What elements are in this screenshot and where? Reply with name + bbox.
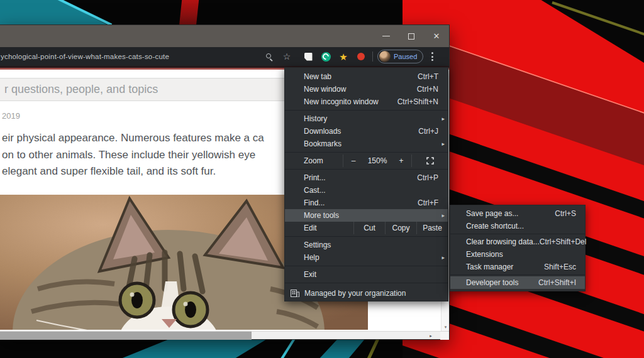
minimize-button[interactable] [374, 25, 399, 47]
submenu-item-clear-browsing-data[interactable]: Clear browsing data... Ctrl+Shift+Del [450, 236, 585, 248]
zoom-magnifier-button[interactable] [260, 49, 278, 64]
star-extension-button[interactable]: ★ [335, 49, 352, 64]
edit-controls: Cut Copy Paste [353, 222, 448, 234]
menu-separator [285, 236, 448, 237]
menu-item-new-incognito-window[interactable]: New incognito window Ctrl+Shift+N [285, 95, 448, 108]
page-clip-icon [304, 53, 313, 61]
zoom-in-button[interactable]: + [391, 156, 411, 165]
horizontal-scrollbar[interactable]: ▸ [0, 331, 449, 339]
toolbar-divider [372, 52, 373, 62]
menu-item-edit: Edit Cut Copy Paste [285, 222, 448, 234]
close-button[interactable]: ✕ [424, 25, 449, 47]
search-input[interactable] [0, 78, 287, 101]
menu-label: Save page as... [450, 209, 555, 218]
menu-shortcut: Ctrl+Shift+I [538, 278, 585, 287]
menu-item-find[interactable]: Find... Ctrl+F [285, 197, 448, 209]
organization-icon [291, 290, 299, 297]
maximize-icon [408, 33, 414, 40]
cut-button[interactable]: Cut [354, 224, 385, 232]
bookmark-star-button[interactable]: ☆ [278, 49, 296, 64]
maximize-button[interactable] [399, 25, 424, 47]
dot [431, 59, 433, 61]
address-bar[interactable]: ychological-point-of-view-what-makes-cat… [0, 53, 260, 60]
wallpaper-teal-shape [318, 339, 365, 358]
submenu-arrow-icon: ▸ [441, 141, 445, 147]
star-outline-icon: ☆ [283, 52, 291, 61]
zoom-level-value: 150% [364, 156, 391, 165]
managed-label: Managed by your organization [304, 289, 406, 298]
submenu-item-create-shortcut[interactable]: Create shortcut... [450, 220, 585, 232]
scroll-down-arrow[interactable]: ▾ [441, 323, 450, 331]
scrollbar-corner [440, 332, 449, 340]
fullscreen-button[interactable] [412, 157, 448, 165]
record-extension-button[interactable] [352, 49, 370, 64]
submenu-arrow-icon: ▸ [441, 212, 445, 219]
scroll-right-arrow[interactable]: ▸ [426, 332, 435, 340]
magnifier-icon [266, 53, 273, 60]
browser-menu-button[interactable] [423, 52, 441, 61]
menu-shortcut: Ctrl+Shift+Del [540, 237, 596, 246]
menu-separator [285, 266, 448, 266]
managed-by-organization[interactable]: Managed by your organization [285, 285, 448, 301]
submenu-item-task-manager[interactable]: Task manager Shift+Esc [450, 261, 585, 273]
menu-item-new-window[interactable]: New window Ctrl+N [285, 83, 448, 95]
menu-label: History [285, 114, 448, 123]
menu-separator [285, 169, 448, 170]
menu-shortcut: Shift+Esc [544, 263, 585, 271]
menu-label: Print... [285, 173, 417, 182]
menu-item-history[interactable]: History ▸ [285, 112, 448, 125]
menu-shortcut: Ctrl+P [417, 173, 448, 182]
menu-label: Find... [285, 198, 418, 207]
submenu-item-save-page-as[interactable]: Save page as... Ctrl+S [450, 207, 585, 220]
red-dot-icon [357, 53, 365, 60]
dot [431, 56, 433, 58]
menu-item-help[interactable]: Help ▸ [285, 251, 448, 264]
menu-label: New tab [285, 72, 418, 81]
menu-label: Zoom [285, 156, 343, 165]
submenu-item-extensions[interactable]: Extensions [450, 248, 585, 261]
minimize-icon [382, 36, 390, 36]
menu-item-settings[interactable]: Settings [285, 239, 448, 251]
wallpaper-black-corner [535, 0, 644, 63]
menu-item-exit[interactable]: Exit [285, 268, 448, 281]
menu-label: Developer tools [450, 278, 538, 287]
menu-label: More tools [285, 211, 448, 220]
toolbar-icons: ☆ ★ Paused [260, 49, 441, 64]
menu-separator [285, 152, 448, 153]
grammarly-extension-button[interactable] [317, 49, 335, 64]
zoom-out-button[interactable]: – [343, 156, 364, 165]
menu-label: New window [285, 85, 417, 94]
more-tools-submenu: Save page as... Ctrl+S Create shortcut..… [450, 205, 586, 291]
menu-label: Bookmarks [285, 139, 448, 148]
menu-label: Edit [285, 224, 353, 232]
menu-separator [285, 283, 448, 283]
menu-label: Help [285, 253, 448, 262]
yellow-star-icon: ★ [339, 52, 347, 62]
screen: ✕ ychological-point-of-view-what-makes-c… [0, 0, 644, 358]
menu-shortcut: Ctrl+T [418, 72, 448, 81]
submenu-item-developer-tools[interactable]: Developer tools Ctrl+Shift+I [450, 276, 585, 289]
zoom-controls: – 150% + [343, 155, 448, 167]
profile-paused-badge[interactable]: Paused [377, 50, 423, 63]
browser-toolbar: ychological-point-of-view-what-makes-cat… [0, 47, 449, 66]
submenu-arrow-icon: ▸ [441, 116, 445, 122]
fullscreen-icon [426, 157, 434, 165]
menu-item-more-tools[interactable]: More tools ▸ [285, 209, 448, 222]
profile-avatar [379, 51, 391, 62]
menu-item-print[interactable]: Print... Ctrl+P [285, 171, 448, 184]
menu-item-new-tab[interactable]: New tab Ctrl+T [285, 70, 448, 83]
paste-button[interactable]: Paste [417, 224, 448, 232]
grammarly-icon [321, 52, 331, 62]
menu-label: Clear browsing data... [450, 237, 540, 246]
copy-button[interactable]: Copy [386, 224, 416, 232]
menu-separator [285, 110, 448, 111]
dot [431, 52, 433, 54]
menu-label: Create shortcut... [450, 222, 585, 231]
horizontal-scroll-thumb[interactable] [0, 332, 252, 340]
menu-item-downloads[interactable]: Downloads Ctrl+J [285, 125, 448, 138]
extension-page-button[interactable] [299, 49, 317, 64]
close-icon: ✕ [433, 31, 440, 41]
menu-label: Cast... [285, 186, 448, 195]
menu-item-cast[interactable]: Cast... [285, 184, 448, 197]
menu-item-bookmarks[interactable]: Bookmarks ▸ [285, 138, 448, 150]
